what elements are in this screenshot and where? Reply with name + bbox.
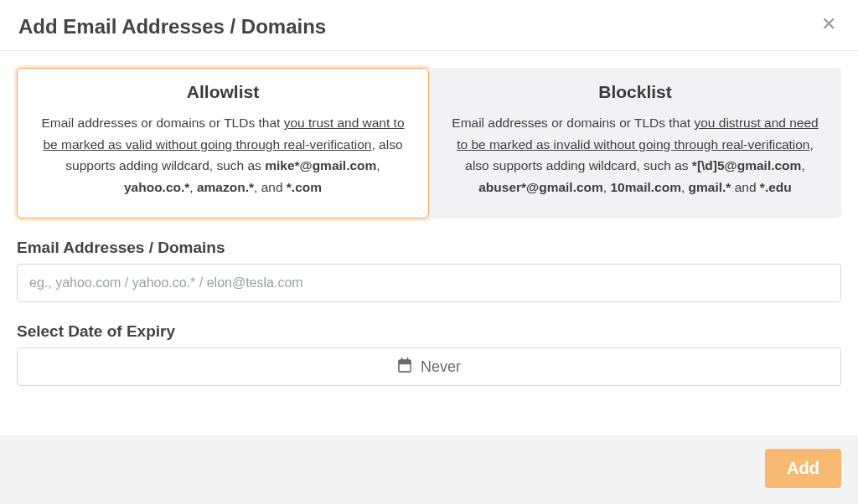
list-type-cards: Allowlist Email addresses or domains or … <box>17 68 841 219</box>
allowlist-description: Email addresses or domains or TLDs that … <box>39 112 406 198</box>
calendar-icon <box>397 357 412 377</box>
add-button[interactable]: Add <box>765 449 841 488</box>
allowlist-card[interactable]: Allowlist Email addresses or domains or … <box>17 68 429 219</box>
modal-header: Add Email Addresses / Domains ✕ <box>0 0 858 51</box>
emails-field: Email Addresses / Domains <box>17 239 841 302</box>
close-icon[interactable]: ✕ <box>818 15 840 33</box>
expiry-value: Never <box>421 358 461 376</box>
allowlist-title: Allowlist <box>39 82 406 102</box>
blocklist-description: Email addresses or domains or TLDs that … <box>452 112 819 198</box>
expiry-picker[interactable]: Never <box>17 347 841 386</box>
emails-label: Email Addresses / Domains <box>17 239 841 257</box>
blocklist-title: Blocklist <box>452 82 819 102</box>
emails-input[interactable] <box>17 264 841 302</box>
modal-title: Add Email Addresses / Domains <box>18 15 326 39</box>
blocklist-card[interactable]: Blocklist Email addresses or domains or … <box>429 68 841 219</box>
add-email-domains-modal: Add Email Addresses / Domains ✕ Allowlis… <box>0 0 858 504</box>
modal-footer: Add <box>0 435 858 504</box>
expiry-field: Select Date of Expiry Never <box>17 322 841 386</box>
modal-body: Allowlist Email addresses or domains or … <box>0 51 858 404</box>
expiry-label: Select Date of Expiry <box>17 322 841 341</box>
